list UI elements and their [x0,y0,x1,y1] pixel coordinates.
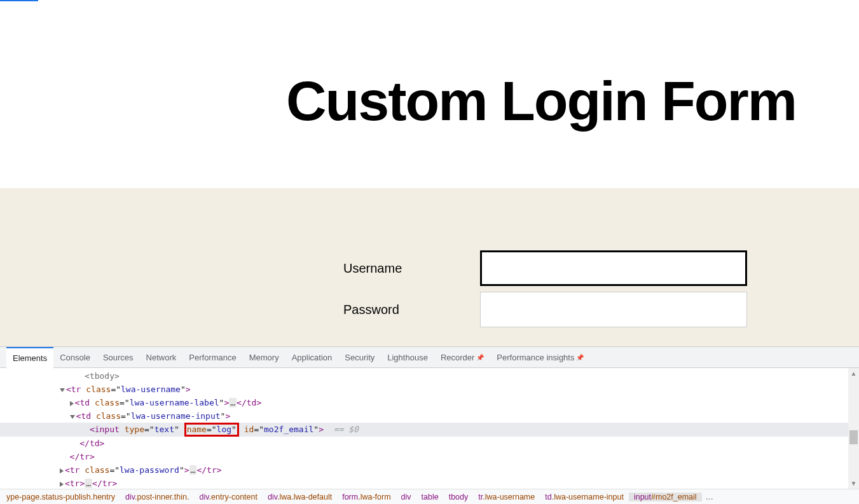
selected-node-marker: == $0 [329,425,359,434]
tab-sources[interactable]: Sources [97,347,140,368]
page-title: Custom Login Form [286,69,796,133]
breadcrumb-item[interactable]: tbody [444,493,474,501]
breadcrumb-item[interactable]: td.lwa-username-input [540,493,629,501]
scroll-up-icon[interactable]: ▲ [848,368,859,379]
username-label: Username [343,261,480,276]
breadcrumb-item-active[interactable]: input#mo2f_email [629,493,702,501]
tab-performance[interactable]: Performance [182,347,242,368]
dom-line[interactable]: <td class="lwa-username-label">…</td> [0,396,859,409]
breadcrumb-item[interactable]: table [416,493,444,501]
tab-performance-insights[interactable]: Performance insights📌 [490,347,590,368]
breadcrumb-item[interactable]: div.lwa.lwa-default [263,493,337,501]
tab-security[interactable]: Security [338,347,381,368]
password-label: Password [343,303,480,317]
devtools-panel: Elements Console Sources Network Perform… [0,346,859,504]
pin-icon: 📌 [576,354,584,361]
tab-perf-insights-label: Performance insights [497,353,574,362]
dom-line[interactable]: <tbody> [0,369,859,383]
login-form-area: Username Password [0,188,859,346]
breadcrumb-item[interactable]: div.post-inner.thin. [120,493,195,501]
breadcrumb-more[interactable]: … [702,493,718,501]
loading-indicator [0,0,38,1]
password-input[interactable] [480,292,747,327]
dom-line[interactable]: <tr class="lwa-username"> [0,383,859,396]
breadcrumb-item[interactable]: ype-page.status-publish.hentry [1,493,120,501]
username-input[interactable] [480,250,747,286]
breadcrumb-item[interactable]: div [396,493,416,501]
tab-network[interactable]: Network [140,347,183,368]
pin-icon: 📌 [476,354,484,361]
tab-lighthouse[interactable]: Lighthouse [381,347,434,368]
tab-recorder[interactable]: Recorder📌 [434,347,490,368]
dom-line[interactable]: <td class="lwa-username-input"> [0,409,859,423]
breadcrumb-item[interactable]: form.lwa-form [337,493,395,501]
tab-application[interactable]: Application [285,347,339,368]
scrollbar-thumb[interactable] [849,430,858,444]
tab-recorder-label: Recorder [441,353,474,362]
scrollbar-vertical[interactable]: ▲ ▼ [848,368,859,489]
dom-line[interactable]: <tr class="lwa-password">…</tr> [0,463,859,477]
dom-line[interactable]: <tr>…</tr> [0,477,859,489]
breadcrumb-item[interactable]: tr.lwa-username [473,493,540,501]
breadcrumb-item[interactable]: div.entry-content [194,493,263,501]
tab-console[interactable]: Console [53,347,97,368]
tab-elements[interactable]: Elements [6,347,53,368]
dom-line[interactable]: </td> [0,437,859,450]
highlighted-attribute: name="log" [184,423,239,437]
dom-breadcrumb: ype-page.status-publish.hentry div.post-… [0,489,859,504]
scroll-down-icon[interactable]: ▼ [848,478,859,489]
dom-tree-panel[interactable]: <tbody> <tr class="lwa-username"> <td cl… [0,368,859,489]
devtools-tabbar: Elements Console Sources Network Perform… [0,347,859,368]
dom-line[interactable]: </tr> [0,450,859,463]
dom-line-selected[interactable]: <input type="text" name="log" id="mo2f_e… [0,423,859,437]
tab-memory[interactable]: Memory [243,347,285,368]
